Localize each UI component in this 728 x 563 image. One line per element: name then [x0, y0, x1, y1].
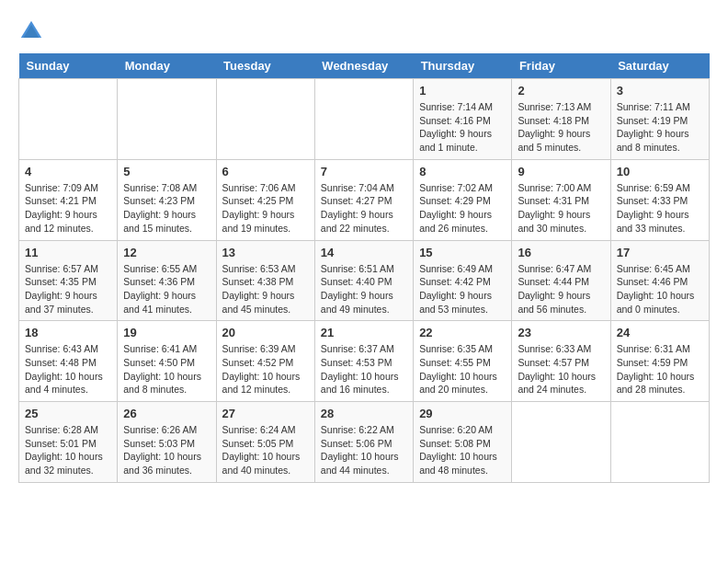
day-number: 3: [617, 84, 703, 98]
day-info: Sunrise: 6:33 AM Sunset: 4:57 PM Dayligh…: [518, 342, 604, 396]
day-info: Sunrise: 7:06 AM Sunset: 4:25 PM Dayligh…: [222, 181, 309, 236]
calendar-cell: 11Sunrise: 6:57 AM Sunset: 4:35 PM Dayli…: [19, 240, 118, 321]
day-info: Sunrise: 6:24 AM Sunset: 5:05 PM Dayligh…: [222, 423, 309, 477]
day-info: Sunrise: 6:37 AM Sunset: 4:53 PM Dayligh…: [321, 342, 407, 396]
day-info: Sunrise: 7:14 AM Sunset: 4:16 PM Dayligh…: [419, 100, 506, 155]
day-number: 18: [25, 326, 111, 339]
calendar-header-row: SundayMondayTuesdayWednesdayThursdayFrid…: [19, 53, 710, 79]
day-number: 19: [123, 326, 210, 339]
day-number: 10: [617, 165, 703, 178]
day-number: 6: [222, 165, 309, 178]
calendar-cell: 24Sunrise: 6:31 AM Sunset: 4:59 PM Dayli…: [610, 321, 709, 402]
day-info: Sunrise: 7:00 AM Sunset: 4:31 PM Dayligh…: [518, 181, 604, 236]
day-info: Sunrise: 6:45 AM Sunset: 4:46 PM Dayligh…: [617, 262, 703, 316]
calendar-cell: 4Sunrise: 7:09 AM Sunset: 4:21 PM Daylig…: [19, 159, 118, 240]
calendar-cell: 20Sunrise: 6:39 AM Sunset: 4:52 PM Dayli…: [216, 321, 314, 402]
calendar-cell: 21Sunrise: 6:37 AM Sunset: 4:53 PM Dayli…: [314, 321, 413, 402]
calendar-cell: 1Sunrise: 7:14 AM Sunset: 4:16 PM Daylig…: [414, 79, 512, 160]
calendar-cell: 18Sunrise: 6:43 AM Sunset: 4:48 PM Dayli…: [19, 321, 118, 402]
page-header: [18, 18, 710, 44]
day-info: Sunrise: 6:47 AM Sunset: 4:44 PM Dayligh…: [518, 262, 604, 316]
day-number: 5: [123, 165, 210, 178]
day-number: 4: [25, 165, 111, 178]
day-number: 15: [419, 246, 506, 259]
header-wednesday: Wednesday: [314, 53, 413, 79]
day-number: 16: [518, 246, 604, 259]
day-number: 22: [419, 326, 506, 339]
calendar-cell: [314, 79, 413, 160]
day-info: Sunrise: 6:22 AM Sunset: 5:06 PM Dayligh…: [321, 423, 407, 477]
calendar-week-row: 1Sunrise: 7:14 AM Sunset: 4:16 PM Daylig…: [19, 79, 710, 160]
calendar-cell: [118, 79, 216, 160]
header-thursday: Thursday: [414, 53, 512, 79]
day-number: 23: [518, 326, 604, 339]
calendar-cell: 6Sunrise: 7:06 AM Sunset: 4:25 PM Daylig…: [216, 159, 314, 240]
day-number: 12: [123, 246, 210, 259]
day-number: 27: [222, 407, 309, 420]
day-number: 9: [518, 165, 604, 178]
calendar-cell: 16Sunrise: 6:47 AM Sunset: 4:44 PM Dayli…: [512, 240, 610, 321]
day-info: Sunrise: 6:28 AM Sunset: 5:01 PM Dayligh…: [25, 423, 111, 477]
calendar-cell: 10Sunrise: 6:59 AM Sunset: 4:33 PM Dayli…: [610, 159, 709, 240]
calendar-cell: 13Sunrise: 6:53 AM Sunset: 4:38 PM Dayli…: [216, 240, 314, 321]
calendar-cell: [19, 79, 118, 160]
calendar-cell: [512, 402, 610, 483]
calendar-week-row: 18Sunrise: 6:43 AM Sunset: 4:48 PM Dayli…: [19, 321, 710, 402]
logo-icon: [18, 18, 44, 44]
day-info: Sunrise: 6:31 AM Sunset: 4:59 PM Dayligh…: [617, 342, 703, 396]
day-number: 26: [123, 407, 210, 420]
day-info: Sunrise: 7:04 AM Sunset: 4:27 PM Dayligh…: [321, 181, 407, 236]
calendar-cell: 27Sunrise: 6:24 AM Sunset: 5:05 PM Dayli…: [216, 402, 314, 483]
day-number: 20: [222, 326, 309, 339]
day-info: Sunrise: 6:55 AM Sunset: 4:36 PM Dayligh…: [123, 262, 210, 316]
day-info: Sunrise: 6:51 AM Sunset: 4:40 PM Dayligh…: [321, 262, 407, 316]
day-info: Sunrise: 7:11 AM Sunset: 4:19 PM Dayligh…: [617, 100, 703, 155]
calendar-table: SundayMondayTuesdayWednesdayThursdayFrid…: [18, 53, 710, 483]
calendar-cell: 19Sunrise: 6:41 AM Sunset: 4:50 PM Dayli…: [118, 321, 216, 402]
day-number: 13: [222, 246, 309, 259]
day-info: Sunrise: 6:49 AM Sunset: 4:42 PM Dayligh…: [419, 262, 506, 316]
day-number: 25: [25, 407, 111, 420]
calendar-cell: 8Sunrise: 7:02 AM Sunset: 4:29 PM Daylig…: [414, 159, 512, 240]
day-info: Sunrise: 7:02 AM Sunset: 4:29 PM Dayligh…: [419, 181, 506, 236]
day-number: 8: [419, 165, 506, 178]
calendar-cell: 14Sunrise: 6:51 AM Sunset: 4:40 PM Dayli…: [314, 240, 413, 321]
header-saturday: Saturday: [610, 53, 709, 79]
calendar-cell: 25Sunrise: 6:28 AM Sunset: 5:01 PM Dayli…: [19, 402, 118, 483]
day-number: 17: [617, 246, 703, 259]
day-info: Sunrise: 7:09 AM Sunset: 4:21 PM Dayligh…: [25, 181, 111, 236]
calendar-week-row: 4Sunrise: 7:09 AM Sunset: 4:21 PM Daylig…: [19, 159, 710, 240]
calendar-cell: 12Sunrise: 6:55 AM Sunset: 4:36 PM Dayli…: [118, 240, 216, 321]
day-number: 7: [321, 165, 407, 178]
calendar-cell: 23Sunrise: 6:33 AM Sunset: 4:57 PM Dayli…: [512, 321, 610, 402]
calendar-cell: 9Sunrise: 7:00 AM Sunset: 4:31 PM Daylig…: [512, 159, 610, 240]
day-info: Sunrise: 7:13 AM Sunset: 4:18 PM Dayligh…: [518, 100, 604, 155]
logo: [18, 18, 48, 44]
day-info: Sunrise: 6:41 AM Sunset: 4:50 PM Dayligh…: [123, 342, 210, 396]
calendar-cell: 26Sunrise: 6:26 AM Sunset: 5:03 PM Dayli…: [118, 402, 216, 483]
calendar-cell: 17Sunrise: 6:45 AM Sunset: 4:46 PM Dayli…: [610, 240, 709, 321]
day-number: 11: [25, 246, 111, 259]
day-number: 1: [419, 84, 506, 98]
day-info: Sunrise: 6:35 AM Sunset: 4:55 PM Dayligh…: [419, 342, 506, 396]
day-number: 24: [617, 326, 703, 339]
calendar-cell: 2Sunrise: 7:13 AM Sunset: 4:18 PM Daylig…: [512, 79, 610, 160]
header-monday: Monday: [118, 53, 216, 79]
day-number: 29: [419, 407, 506, 420]
header-sunday: Sunday: [19, 53, 118, 79]
calendar-cell: 29Sunrise: 6:20 AM Sunset: 5:08 PM Dayli…: [414, 402, 512, 483]
day-info: Sunrise: 6:26 AM Sunset: 5:03 PM Dayligh…: [123, 423, 210, 477]
header-friday: Friday: [512, 53, 610, 79]
calendar-cell: [610, 402, 709, 483]
calendar-week-row: 25Sunrise: 6:28 AM Sunset: 5:01 PM Dayli…: [19, 402, 710, 483]
day-number: 28: [321, 407, 407, 420]
day-info: Sunrise: 6:57 AM Sunset: 4:35 PM Dayligh…: [25, 262, 111, 316]
day-info: Sunrise: 6:43 AM Sunset: 4:48 PM Dayligh…: [25, 342, 111, 396]
day-info: Sunrise: 6:59 AM Sunset: 4:33 PM Dayligh…: [617, 181, 703, 236]
calendar-cell: 22Sunrise: 6:35 AM Sunset: 4:55 PM Dayli…: [414, 321, 512, 402]
day-number: 2: [518, 84, 604, 98]
day-info: Sunrise: 6:20 AM Sunset: 5:08 PM Dayligh…: [419, 423, 506, 477]
header-tuesday: Tuesday: [216, 53, 314, 79]
day-number: 14: [321, 246, 407, 259]
day-info: Sunrise: 7:08 AM Sunset: 4:23 PM Dayligh…: [123, 181, 210, 236]
